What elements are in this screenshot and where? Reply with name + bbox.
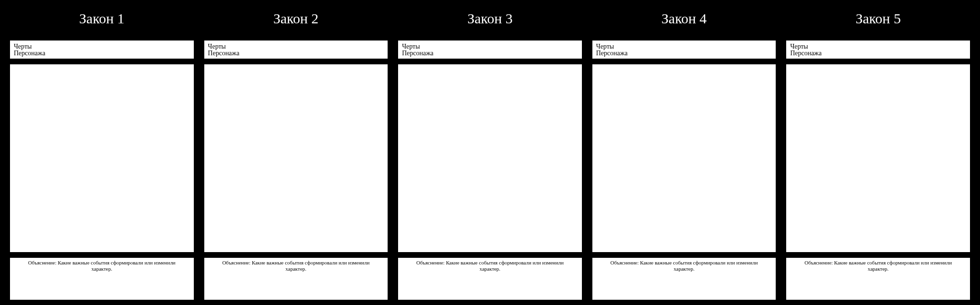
column-title: Закон 1 — [10, 5, 194, 40]
image-placeholder[interactable] — [398, 64, 582, 253]
explanation-text: Объяснение: Какие важные события сформир… — [408, 260, 572, 272]
traits-label-line1: Черты — [402, 43, 578, 50]
column-1: Закон 1 Черты Персонажа Объяснение: Каки… — [10, 5, 194, 300]
column-title: Закон 2 — [204, 5, 389, 40]
image-placeholder[interactable] — [786, 64, 970, 253]
explanation-box[interactable]: Объяснение: Какие важные события сформир… — [786, 257, 970, 300]
column-3: Закон 3 Черты Персонажа Объяснение: Каки… — [398, 5, 582, 300]
explanation-text: Объяснение: Какие важные события сформир… — [796, 260, 960, 272]
traits-label-line2: Персонажа — [596, 50, 772, 57]
traits-box[interactable]: Черты Персонажа — [398, 40, 582, 59]
traits-box[interactable]: Черты Персонажа — [204, 40, 389, 59]
image-placeholder[interactable] — [204, 64, 389, 253]
traits-box[interactable]: Черты Персонажа — [592, 40, 777, 59]
image-placeholder[interactable] — [592, 64, 777, 253]
traits-label-line1: Черты — [14, 43, 190, 50]
explanation-box[interactable]: Объяснение: Какие важные события сформир… — [398, 257, 582, 300]
traits-label-line2: Персонажа — [790, 50, 966, 57]
column-4: Закон 4 Черты Персонажа Объяснение: Каки… — [592, 5, 777, 300]
traits-label-line1: Черты — [596, 43, 772, 50]
column-2: Закон 2 Черты Персонажа Объяснение: Каки… — [204, 5, 389, 300]
traits-label-line2: Персонажа — [14, 50, 190, 57]
traits-label-line2: Персонажа — [402, 50, 578, 57]
explanation-box[interactable]: Объяснение: Какие важные события сформир… — [204, 257, 389, 300]
image-placeholder[interactable] — [10, 64, 194, 253]
column-title: Закон 3 — [398, 5, 582, 40]
explanation-box[interactable]: Объяснение: Какие важные события сформир… — [592, 257, 777, 300]
traits-label-line1: Черты — [790, 43, 966, 50]
explanation-box[interactable]: Объяснение: Какие важные события сформир… — [10, 257, 194, 300]
column-5: Закон 5 Черты Персонажа Объяснение: Каки… — [786, 5, 970, 300]
column-title: Закон 4 — [592, 5, 777, 40]
explanation-text: Объяснение: Какие важные события сформир… — [602, 260, 767, 272]
traits-box[interactable]: Черты Персонажа — [786, 40, 970, 59]
traits-box[interactable]: Черты Персонажа — [10, 40, 194, 59]
traits-label-line1: Черты — [208, 43, 384, 50]
explanation-text: Объяснение: Какие важные события сформир… — [214, 260, 379, 272]
explanation-text: Объяснение: Какие важные события сформир… — [20, 260, 184, 272]
traits-label-line2: Персонажа — [208, 50, 384, 57]
column-title: Закон 5 — [786, 5, 970, 40]
storyboard-columns: Закон 1 Черты Персонажа Объяснение: Каки… — [10, 5, 970, 300]
